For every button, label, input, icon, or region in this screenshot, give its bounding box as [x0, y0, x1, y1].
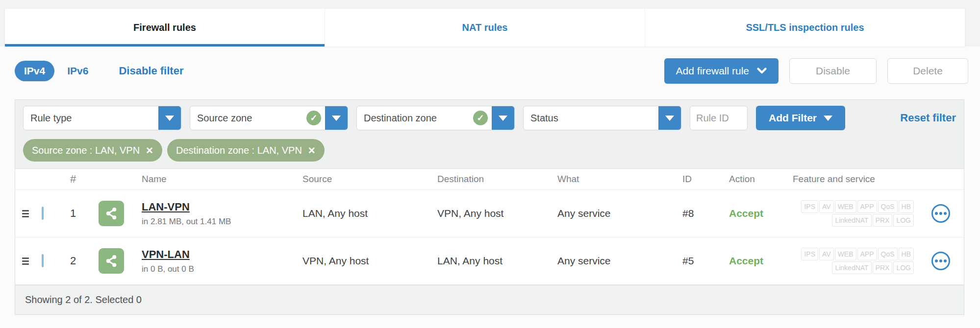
- rule-type-dropdown[interactable]: Rule type: [23, 106, 181, 130]
- dropdown-arrow-button[interactable]: [158, 106, 181, 130]
- row-menu-ellipsis-icon[interactable]: [931, 252, 950, 270]
- row-count-summary: Showing 2 of 2. Selected 0: [25, 294, 142, 305]
- rule-destination: VPN, Any host: [437, 208, 557, 219]
- header-num: #: [66, 173, 93, 186]
- ipv6-toggle[interactable]: IPv6: [67, 65, 88, 77]
- header-destination: Destination: [437, 174, 557, 185]
- triangle-down-icon: [332, 116, 341, 121]
- row-menu-ellipsis-icon[interactable]: [931, 204, 950, 223]
- remove-chip-icon[interactable]: ✕: [146, 145, 153, 156]
- filter-bar: Rule type Source zone ✓ Destination zone…: [15, 100, 964, 134]
- destination-zone-label: Destination zone: [357, 113, 473, 124]
- triangle-down-icon: [499, 116, 507, 121]
- remove-chip-icon[interactable]: ✕: [308, 145, 316, 156]
- dropdown-arrow-button[interactable]: [492, 106, 514, 130]
- filter-chip-source-zone: Source zone : LAN, VPN ✕: [23, 139, 162, 162]
- rule-id: #5: [682, 255, 729, 267]
- reset-filter-link[interactable]: Reset filter: [900, 112, 956, 124]
- source-zone-dropdown[interactable]: Source zone ✓: [190, 106, 348, 130]
- chip-label: Destination zone : LAN, VPN: [176, 145, 302, 156]
- chip-label: Source zone : LAN, VPN: [32, 145, 140, 156]
- row-number: 2: [66, 255, 93, 267]
- header-name: Name: [142, 174, 302, 185]
- header-what: What: [557, 174, 682, 185]
- rule-action: Accept: [729, 208, 793, 219]
- rule-id: #8: [682, 208, 729, 219]
- tab-strip: Firewall rules NAT rules SSL/TLS inspect…: [0, 0, 980, 47]
- add-firewall-rule-button[interactable]: Add firewall rule: [664, 58, 779, 84]
- rule-destination: LAN, Any host: [437, 255, 557, 267]
- table-footer: Showing 2 of 2. Selected 0: [15, 285, 964, 314]
- chevron-down-icon: [757, 68, 767, 74]
- triangle-down-icon: [665, 116, 674, 121]
- header-id: ID: [682, 174, 729, 185]
- add-filter-label: Add Filter: [769, 112, 817, 124]
- rule-traffic: in 2.81 MB, out 1.41 MB: [142, 217, 302, 227]
- rule-source: VPN, Any host: [302, 255, 437, 267]
- rule-name-link[interactable]: LAN-VPN: [142, 201, 190, 213]
- tab-ssl-tls-inspection-rules[interactable]: SSL/TLS inspection rules: [645, 9, 965, 47]
- table-header: # Name Source Destination What ID Action…: [15, 168, 964, 190]
- rule-source: LAN, Any host: [302, 208, 437, 219]
- check-circle-icon: ✓: [306, 111, 321, 125]
- row-checkbox[interactable]: [42, 207, 44, 220]
- rule-id-input[interactable]: [690, 106, 748, 130]
- rule-type-label: Rule type: [24, 113, 158, 124]
- delete-button[interactable]: Delete: [887, 58, 968, 84]
- badge-ips: IPS: [801, 200, 818, 213]
- header-features: Feature and service: [793, 174, 917, 185]
- badge-log: LOG: [893, 214, 914, 227]
- feature-badges: IPSAVWEBAPPQoSHB LinkedNATPRXLOG: [793, 200, 917, 227]
- badge-prx: PRX: [873, 261, 893, 274]
- rule-name-link[interactable]: VPN-LAN: [142, 248, 190, 261]
- rule-what: Any service: [557, 255, 682, 267]
- firewall-rules-panel: Rule type Source zone ✓ Destination zone…: [15, 99, 964, 315]
- check-circle-icon: ✓: [473, 111, 488, 125]
- rule-traffic: in 0 B, out 0 B: [142, 264, 302, 274]
- filter-section: Rule type Source zone ✓ Destination zone…: [15, 100, 964, 168]
- ipv4-toggle[interactable]: IPv4: [15, 61, 54, 81]
- tab-nat-rules[interactable]: NAT rules: [325, 9, 645, 47]
- row-number: 1: [66, 207, 93, 220]
- dropdown-arrow-button[interactable]: [658, 106, 681, 130]
- header-action: Action: [729, 174, 793, 185]
- badge-app: APP: [857, 248, 877, 260]
- drag-handle-icon[interactable]: [22, 210, 29, 217]
- table-row: 1 LAN-VPN in 2.81 MB, out 1.41 MB LAN, A…: [15, 190, 964, 237]
- badge-qos: QoS: [878, 200, 898, 213]
- share-icon: [99, 248, 124, 274]
- table-row: 2 VPN-LAN in 0 B, out 0 B VPN, Any host …: [15, 237, 964, 285]
- row-checkbox[interactable]: [42, 254, 44, 267]
- header-source: Source: [302, 174, 437, 185]
- destination-zone-dropdown[interactable]: Destination zone ✓: [356, 106, 515, 130]
- badge-av: AV: [819, 248, 834, 260]
- status-dropdown[interactable]: Status: [523, 106, 681, 130]
- triangle-down-icon: [824, 116, 832, 121]
- badge-hb: HB: [899, 200, 914, 213]
- drag-handle-icon[interactable]: [22, 258, 29, 265]
- badge-linkednat: LinkedNAT: [832, 261, 871, 274]
- badge-web: WEB: [835, 248, 856, 260]
- rule-action: Accept: [729, 255, 793, 267]
- tabbar: Firewall rules NAT rules SSL/TLS inspect…: [5, 9, 965, 47]
- share-icon: [99, 201, 124, 226]
- rule-what: Any service: [557, 208, 682, 219]
- add-firewall-rule-label: Add firewall rule: [676, 65, 749, 77]
- triangle-down-icon: [165, 116, 174, 121]
- status-label: Status: [524, 113, 658, 124]
- badge-app: APP: [857, 200, 877, 213]
- badge-ips: IPS: [801, 248, 818, 260]
- badge-web: WEB: [835, 200, 856, 213]
- toolbar: IPv4 IPv6 Disable filter Add firewall ru…: [15, 57, 968, 85]
- active-filter-chips: Source zone : LAN, VPN ✕ Destination zon…: [15, 134, 964, 168]
- badge-linkednat: LinkedNAT: [832, 214, 871, 227]
- dropdown-arrow-button[interactable]: [325, 106, 348, 130]
- disable-button[interactable]: Disable: [789, 58, 877, 84]
- filter-chip-destination-zone: Destination zone : LAN, VPN ✕: [167, 139, 325, 162]
- badge-hb: HB: [899, 248, 914, 260]
- disable-filter-link[interactable]: Disable filter: [119, 65, 183, 77]
- tab-firewall-rules[interactable]: Firewall rules: [5, 9, 325, 47]
- add-filter-button[interactable]: Add Filter: [756, 106, 845, 130]
- source-zone-label: Source zone: [190, 113, 306, 124]
- badge-qos: QoS: [878, 248, 898, 260]
